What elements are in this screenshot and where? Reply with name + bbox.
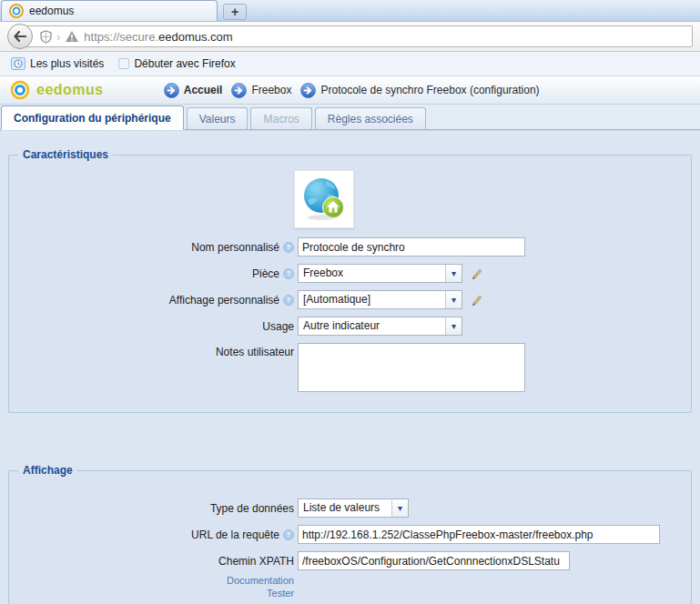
row-nom-personnalise: Nom personnalisé ? [9,237,691,257]
chevron-down-icon: ▾ [445,265,462,282]
field-label: Pièce [252,267,279,280]
tab-macros: Macros [250,107,311,129]
url-text[interactable]: https://secure.eedomus.com [84,30,232,44]
tab-valeurs[interactable]: Valeurs [187,107,249,129]
field-label: Type de données [210,502,294,515]
eedomus-logo[interactable]: eedomus [9,79,104,101]
chevron-down-icon: ▾ [445,317,462,335]
bookmark-getting-started[interactable]: Débuter avec Firefox [113,55,240,73]
breadcrumb-label: Accueil [184,84,223,96]
edit-pencil-icon[interactable] [469,267,483,281]
navigation-toolbar: › https://secure.eedomus.com [0,22,700,52]
shield-icon[interactable] [40,30,52,44]
type-donnees-select[interactable]: Liste de valeurs ▾ [298,498,409,518]
arrow-circle-icon [164,83,179,98]
field-label: Affichage personnalisé [169,294,279,307]
edit-pencil-icon[interactable] [469,293,483,307]
section-affichage: Affichage Type de données Liste de valeu… [8,464,692,604]
breadcrumb-freebox[interactable]: Freebox [231,83,291,98]
breadcrumb-protocole[interactable]: Protocole de synchro Freebox (configurat… [300,83,539,98]
bookmarks-bar: Les plus visités Débuter avec Firefox [0,52,700,76]
row-url-requete: URL de la requête ? [9,525,691,544]
usage-select[interactable]: Autre indicateur ▾ [298,317,462,336]
usage-select-value: Autre indicateur [299,317,445,335]
eedomus-favicon [9,4,24,18]
help-icon[interactable]: ? [283,295,294,306]
row-affichage-personnalise: Affichage personnalisé ? [Automatique] ▾ [9,290,691,309]
url-domain: eedomus.com [158,30,233,44]
site-header: eedomus Accueil Freebox Protocole de syn… [0,76,700,105]
url-prefix: https://secure. [84,30,158,44]
breadcrumb-label: Protocole de synchro Freebox (configurat… [320,84,539,96]
back-button[interactable] [7,24,33,49]
affichage-personnalise-select[interactable]: [Automatique] ▾ [298,290,462,309]
row-notes-utilisateur: Notes utilisateur [9,343,691,392]
breadcrumb-label: Freebox [251,84,291,96]
section-title: Caractéristiques [18,148,113,161]
browser-tab[interactable]: eedomus [1,0,218,21]
url-separator: › [56,30,60,44]
logo-text: eedomus [36,82,104,98]
documentation-link[interactable]: Documentation [227,574,294,587]
tab-regles-associees[interactable]: Règles associées [315,107,426,129]
row-usage: Usage Autre indicateur ▾ [9,317,691,336]
back-arrow-icon [14,31,26,42]
bookmark-most-visited[interactable]: Les plus visités [5,55,109,73]
browser-tab-strip: eedomus + [0,0,700,22]
row-type-donnees: Type de données Liste de valeurs ▾ [9,498,691,518]
new-tab-button[interactable]: + [223,4,247,20]
tester-link[interactable]: Tester [267,587,294,599]
field-label: Notes utilisateur [216,346,294,358]
nom-personnalise-input[interactable] [298,237,525,257]
device-image [294,170,354,228]
page-content: Caractéristiques Nom personnalisé ? [0,133,700,604]
bookmark-label: Les plus visités [30,57,104,70]
affichage-select-value: [Automatique] [299,291,445,308]
row-piece: Pièce ? Freebox ▾ [9,264,691,283]
xpath-links: Documentation Tester [9,574,691,599]
field-label: URL de la requête [191,528,279,541]
help-icon[interactable]: ? [283,242,294,253]
section-caracteristiques: Caractéristiques Nom personnalisé ? [8,148,692,413]
help-icon[interactable]: ? [283,268,294,279]
warning-triangle-icon[interactable] [65,30,79,43]
type-donnees-select-value: Liste de valeurs [299,499,391,517]
bookmark-label: Débuter avec Firefox [134,57,235,70]
arrow-circle-icon [231,83,247,98]
url-bar[interactable]: › https://secure.eedomus.com [21,25,693,47]
chevron-down-icon: ▾ [391,499,408,517]
field-label: Usage [262,320,294,333]
most-visited-icon [11,57,25,70]
section-title: Affichage [18,464,77,477]
globe-home-icon [300,176,348,222]
piece-select-value: Freebox [299,265,445,282]
browser-tab-title: eedomus [29,5,74,17]
chevron-down-icon: ▾ [445,291,462,308]
eedomus-logo-icon [9,79,31,101]
field-label: Chemin XPATH [218,555,294,568]
url-requete-input[interactable] [298,525,660,544]
notes-utilisateur-textarea[interactable] [298,343,525,392]
arrow-circle-icon [300,83,316,98]
tab-configuration[interactable]: Configuration du périphérique [1,106,184,130]
breadcrumb: Accueil Freebox Protocole de synchro Fre… [164,83,540,98]
device-tabs: Configuration du périphérique Valeurs Ma… [0,105,700,130]
piece-select[interactable]: Freebox ▾ [298,264,462,283]
help-icon[interactable]: ? [283,529,294,540]
chemin-xpath-input[interactable] [298,551,570,570]
row-chemin-xpath: Chemin XPATH [9,551,691,570]
field-label: Nom personnalisé [191,241,279,254]
default-favicon-icon [118,58,129,69]
breadcrumb-accueil[interactable]: Accueil [164,83,223,98]
